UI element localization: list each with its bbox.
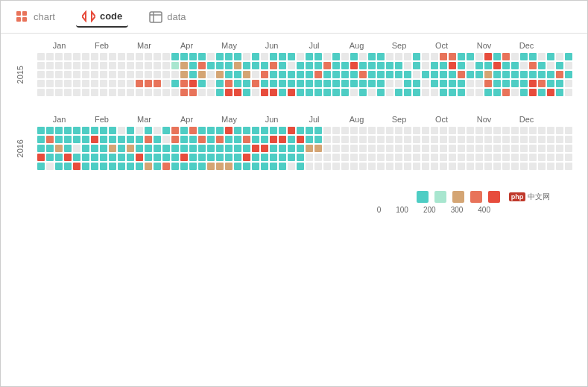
list-item: [449, 62, 456, 69]
list-item: [350, 163, 358, 170]
list-item: [136, 136, 143, 143]
list-item: [314, 62, 322, 69]
list-item: [323, 154, 331, 161]
legend-label-400: 400: [478, 206, 490, 214]
list-item: [207, 62, 215, 69]
list-item: [314, 136, 322, 143]
list-item: [332, 163, 340, 170]
list-item: [73, 145, 80, 152]
list-item: [323, 80, 331, 87]
list-item: [55, 145, 63, 152]
list-item: [520, 62, 528, 69]
list-item: [431, 71, 438, 78]
svg-marker-4: [82, 12, 86, 21]
list-item: [565, 80, 572, 87]
list-item: [297, 71, 304, 78]
list-item: [547, 80, 554, 87]
list-item: [225, 154, 233, 161]
list-item: [252, 127, 259, 134]
list-item: [502, 145, 510, 152]
list-item: [288, 89, 295, 96]
list-item: [288, 136, 295, 143]
list-item: [422, 80, 429, 87]
list-item: [377, 62, 385, 69]
list-item: [314, 127, 322, 134]
list-item: [332, 136, 340, 143]
list-item: [270, 53, 277, 60]
list-item: [127, 62, 134, 69]
tab-chart[interactable]: chart: [10, 7, 61, 27]
list-item: [216, 127, 224, 134]
list-item: [475, 145, 483, 152]
list-item: [279, 53, 286, 60]
list-item: [91, 71, 98, 78]
list-item: [82, 62, 89, 69]
list-item: [162, 80, 170, 87]
data-icon: [149, 10, 162, 24]
legend-label-100: 100: [396, 206, 408, 214]
list-item: [37, 71, 45, 78]
list-item: [91, 62, 98, 69]
list-item: [225, 89, 233, 96]
list-item: [198, 136, 206, 143]
list-item: [109, 154, 116, 161]
list-item: [306, 89, 313, 96]
list-item: [395, 136, 402, 143]
list-item: [422, 136, 429, 143]
list-item: [538, 145, 546, 152]
list-item: [46, 80, 54, 87]
list-item: [323, 136, 331, 143]
list-item: [64, 163, 72, 170]
list-item: [475, 154, 483, 161]
list-item: [288, 145, 295, 152]
list-item: [538, 163, 546, 170]
list-item: [82, 136, 89, 143]
list-item: [270, 145, 277, 152]
list-item: [216, 80, 224, 87]
list-item: [207, 145, 215, 152]
list-item: [538, 53, 546, 60]
month-jun: Jun: [250, 41, 293, 50]
list-item: [395, 80, 402, 87]
tab-code[interactable]: code: [76, 7, 128, 28]
list-item: [386, 127, 393, 134]
list-item: [368, 53, 376, 60]
month-sep-2016: Sep: [378, 115, 420, 124]
list-item: [350, 154, 358, 161]
table-row: [37, 154, 572, 161]
list-item: [431, 163, 438, 170]
list-item: [431, 154, 438, 161]
list-item: [502, 80, 510, 87]
list-item: [46, 154, 54, 161]
list-item: [171, 145, 179, 152]
list-item: [297, 136, 304, 143]
list-item: [243, 53, 250, 60]
list-item: [73, 163, 80, 170]
list-item: [332, 154, 340, 161]
list-item: [55, 163, 63, 170]
tab-data[interactable]: data: [143, 7, 192, 27]
list-item: [189, 163, 197, 170]
list-item: [225, 127, 233, 134]
list-item: [37, 127, 45, 134]
list-item: [449, 71, 456, 78]
list-item: [55, 89, 63, 96]
list-item: [261, 154, 268, 161]
list-item: [467, 145, 474, 152]
list-item: [145, 145, 152, 152]
list-item: [225, 136, 233, 143]
list-item: [270, 89, 277, 96]
list-item: [556, 53, 563, 60]
list-item: [64, 71, 72, 78]
list-item: [413, 53, 420, 60]
list-item: [422, 71, 429, 78]
list-item: [55, 62, 63, 69]
list-item: [64, 136, 72, 143]
list-item: [413, 127, 420, 134]
list-item: [37, 89, 45, 96]
list-item: [449, 136, 456, 143]
tab-bar: chart code data: [1, 1, 587, 34]
list-item: [520, 53, 528, 60]
list-item: [350, 89, 358, 96]
list-item: [520, 145, 528, 152]
